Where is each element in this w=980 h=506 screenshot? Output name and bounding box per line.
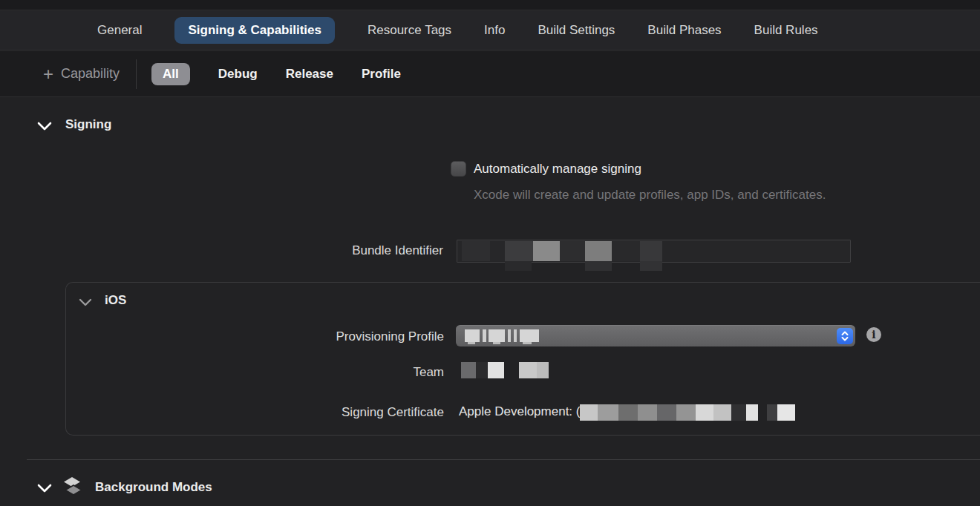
signing-certificate-value-prefix: Apple Development: (	[459, 404, 580, 419]
plus-icon: +	[43, 68, 53, 81]
auto-manage-signing-description: Xcode will create and update profiles, a…	[474, 183, 837, 206]
background-modes-icon	[62, 476, 85, 499]
team-label: Team	[66, 365, 444, 380]
signing-section-title: Signing	[65, 117, 111, 132]
bundle-identifier-label: Bundle Identifier	[0, 243, 443, 258]
configuration-filters: All Debug Release Profile	[151, 63, 401, 85]
auto-manage-signing-checkbox[interactable]	[451, 161, 466, 177]
bundle-identifier-redacted-value	[458, 241, 666, 272]
tab-build-rules[interactable]: Build Rules	[754, 17, 818, 44]
add-capability-label: Capability	[61, 66, 120, 82]
tab-resource-tags[interactable]: Resource Tags	[368, 17, 451, 44]
info-icon[interactable]: i	[866, 327, 881, 342]
chevron-down-icon[interactable]	[37, 121, 53, 131]
dropdown-stepper-icon[interactable]	[837, 328, 853, 344]
tab-general[interactable]: General	[97, 17, 142, 44]
background-modes-section-title: Background Modes	[95, 480, 212, 495]
editor-tab-bar: General Signing & Capabilities Resource …	[0, 11, 980, 50]
ios-signing-group: iOS Provisioning Profile i Team Signing …	[65, 282, 980, 436]
provisioning-profile-dropdown[interactable]	[456, 325, 855, 346]
tab-build-settings[interactable]: Build Settings	[538, 17, 615, 44]
filter-debug[interactable]: Debug	[218, 67, 258, 82]
chevron-down-icon[interactable]	[79, 297, 95, 307]
chevron-down-icon[interactable]	[37, 483, 53, 493]
signing-certificate-value: Apple Development: (	[459, 404, 797, 421]
signing-certificate-redacted-value	[580, 404, 797, 421]
filter-all[interactable]: All	[151, 63, 190, 85]
add-capability-button[interactable]: + Capability	[43, 66, 120, 82]
ios-section-title: iOS	[105, 293, 126, 308]
provisioning-profile-redacted-value	[463, 329, 552, 346]
tab-signing-and-capabilities[interactable]: Signing & Capabilities	[174, 17, 334, 44]
signing-certificate-label: Signing Certificate	[66, 405, 444, 420]
xcode-project-editor: General Signing & Capabilities Resource …	[0, 0, 980, 506]
vertical-divider	[136, 59, 137, 89]
auto-manage-signing-label: Automatically manage signing	[474, 162, 641, 177]
filter-profile[interactable]: Profile	[362, 67, 401, 82]
capability-filter-bar: + Capability All Debug Release Profile	[0, 51, 980, 97]
provisioning-profile-label: Provisioning Profile	[66, 329, 444, 344]
window-top-strip	[0, 0, 980, 10]
tab-build-phases[interactable]: Build Phases	[647, 17, 721, 44]
team-redacted-value	[460, 362, 556, 378]
tab-info[interactable]: Info	[484, 17, 505, 44]
section-divider	[27, 459, 980, 460]
filter-release[interactable]: Release	[286, 67, 333, 82]
